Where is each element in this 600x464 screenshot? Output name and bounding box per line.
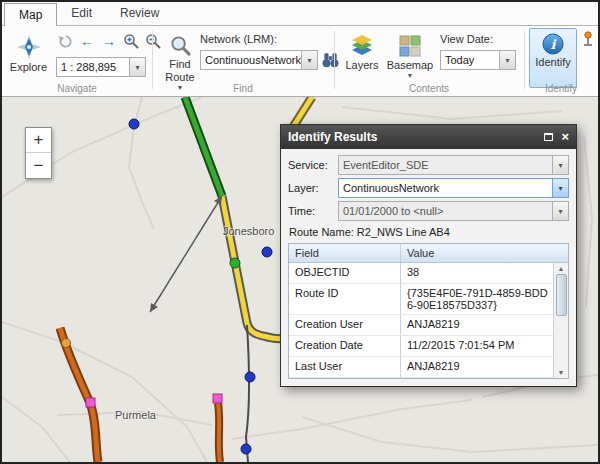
magenta-marker[interactable] [213, 394, 222, 403]
tab-edit[interactable]: Edit [57, 2, 106, 25]
group-separator [152, 31, 153, 89]
route-name: Route Name: R2_NWS Line AB4 [289, 226, 569, 238]
scale-combobox[interactable]: 1 : 288,895 ▾ [56, 57, 146, 77]
table-body: OBJECTID 38 Route ID {735E4F0E-791D-4859… [289, 263, 568, 378]
dropdown-arrow-icon[interactable]: ▾ [499, 51, 515, 69]
layer-dropdown[interactable]: ContinuousNetwork ▾ [338, 178, 569, 198]
route-marker-icon [580, 31, 596, 47]
zoom-in-icon[interactable] [122, 32, 140, 50]
green-marker[interactable] [230, 258, 240, 268]
blue-marker[interactable] [241, 444, 251, 454]
group-separator [334, 31, 335, 89]
basemap-icon [398, 34, 422, 58]
tab-map[interactable]: Map [4, 3, 57, 26]
table-row[interactable]: Last User ANJA8219 [289, 357, 568, 378]
group-separator [524, 31, 525, 89]
blue-marker[interactable] [129, 119, 139, 129]
layers-button[interactable]: Layers [340, 29, 384, 72]
circle-arrow-icon [58, 34, 73, 49]
panel-titlebar[interactable]: Identify Results × [281, 125, 576, 149]
layer-value: ContinuousNetwork [339, 182, 552, 194]
basemap-button[interactable]: Basemap ▼ [386, 29, 434, 80]
blue-marker[interactable] [245, 372, 255, 382]
scroll-thumb[interactable] [556, 274, 567, 316]
service-value: EventEditor_SDE [339, 159, 552, 171]
service-label: Service: [288, 159, 338, 171]
view-date-dropdown[interactable]: Today ▾ [440, 50, 516, 70]
blue-marker[interactable] [262, 247, 272, 257]
identify-info-icon: i [542, 33, 564, 55]
search-routes-button[interactable] [321, 51, 340, 73]
service-dropdown[interactable]: EventEditor_SDE ▾ [338, 155, 569, 175]
maximize-icon[interactable] [544, 133, 553, 141]
ribbon: Explore ← → [2, 26, 598, 97]
scroll-up-icon[interactable]: ▲ [558, 265, 565, 272]
dark-route-line[interactable] [246, 325, 249, 462]
layers-icon [350, 34, 374, 58]
previous-extent-icon[interactable] [56, 32, 74, 50]
place-label-purmela: Purmela [115, 409, 156, 421]
magenta-marker[interactable] [86, 398, 95, 407]
map-zoom-in-button[interactable]: + [26, 128, 51, 153]
dropdown-arrow-icon[interactable]: ▾ [552, 202, 568, 220]
orange-marker[interactable] [62, 339, 71, 348]
magnifier-plus-icon [123, 33, 139, 49]
column-header-value[interactable]: Value [401, 244, 568, 262]
table-row[interactable]: Creation Date 11/2/2015 7:01:54 PM [289, 336, 568, 357]
group-label-navigate: Navigate [2, 83, 152, 94]
scroll-down-icon[interactable]: ▼ [558, 369, 565, 376]
back-extent-icon[interactable]: ← [78, 32, 96, 50]
green-road[interactable] [185, 97, 222, 196]
map-zoom-control: + − [25, 127, 52, 179]
value-cell: 11/2/2015 7:01:54 PM [401, 336, 568, 356]
field-cell: Last User [289, 357, 401, 377]
field-cell: Creation User [289, 315, 401, 335]
time-value: 01/01/2000 to <null> [339, 205, 552, 217]
network-dropdown[interactable]: ContinuousNetwork ▾ [200, 50, 318, 70]
panel-body: Service: EventEditor_SDE ▾ Layer: Contin… [281, 149, 576, 386]
value-cell: ANJA8219 [401, 357, 568, 377]
chevron-down-icon: ▼ [407, 73, 414, 79]
identify-results-panel: Identify Results × Service: EventEditor_… [280, 124, 577, 387]
time-dropdown[interactable]: 01/01/2000 to <null> ▾ [338, 201, 569, 221]
compass-icon [16, 34, 42, 60]
panel-title: Identify Results [288, 130, 544, 144]
identify-route-tool-button[interactable] [580, 31, 596, 51]
ribbon-tabbar: Map Edit Review [2, 2, 598, 26]
layers-label: Layers [345, 60, 378, 71]
place-label-jonesboro: Jonesboro [223, 225, 274, 237]
identify-button[interactable]: i Identify [529, 28, 577, 88]
dropdown-arrow-icon[interactable]: ▾ [301, 51, 317, 69]
layer-label: Layer: [288, 182, 338, 194]
dropdown-arrow-icon[interactable]: ▾ [129, 58, 145, 76]
group-label-find: Find [152, 83, 334, 94]
table-row[interactable]: OBJECTID 38 [289, 263, 568, 284]
tab-review[interactable]: Review [106, 2, 173, 25]
table-row[interactable]: Route ID {735E4F0E-791D-4859-BDD6-90E185… [289, 284, 568, 315]
explore-button[interactable]: Explore [5, 29, 52, 74]
close-icon[interactable]: × [561, 131, 569, 143]
network-lrm-label: Network (LRM): [200, 33, 277, 45]
field-cell: OBJECTID [289, 263, 401, 283]
view-date-value: Today [441, 54, 499, 66]
explore-label: Explore [10, 62, 47, 73]
view-date-label: View Date: [440, 33, 493, 45]
field-cell: Route ID [289, 284, 401, 314]
field-cell: Creation Date [289, 336, 401, 356]
network-value: ContinuousNetwork [201, 54, 301, 66]
value-cell: 38 [401, 263, 568, 283]
event-editor-window: Map Edit Review Explore ← → [0, 0, 600, 464]
dropdown-arrow-icon[interactable]: ▾ [552, 156, 568, 174]
yellow-road-north[interactable] [293, 97, 312, 127]
orange-spur[interactable] [218, 403, 220, 462]
column-header-field[interactable]: Field [289, 244, 401, 262]
sketch-line [150, 196, 222, 312]
dropdown-arrow-icon[interactable]: ▾ [552, 179, 568, 197]
time-label: Time: [288, 205, 338, 217]
map-zoom-out-button[interactable]: − [26, 153, 51, 178]
map-viewport[interactable]: + − Jonesboro Purmela Identify Results ×… [2, 97, 598, 462]
group-label-identify: Identify [524, 83, 598, 94]
table-scrollbar[interactable]: ▲ ▼ [553, 263, 568, 378]
forward-extent-icon[interactable]: → [100, 32, 118, 50]
table-row[interactable]: Creation User ANJA8219 [289, 315, 568, 336]
